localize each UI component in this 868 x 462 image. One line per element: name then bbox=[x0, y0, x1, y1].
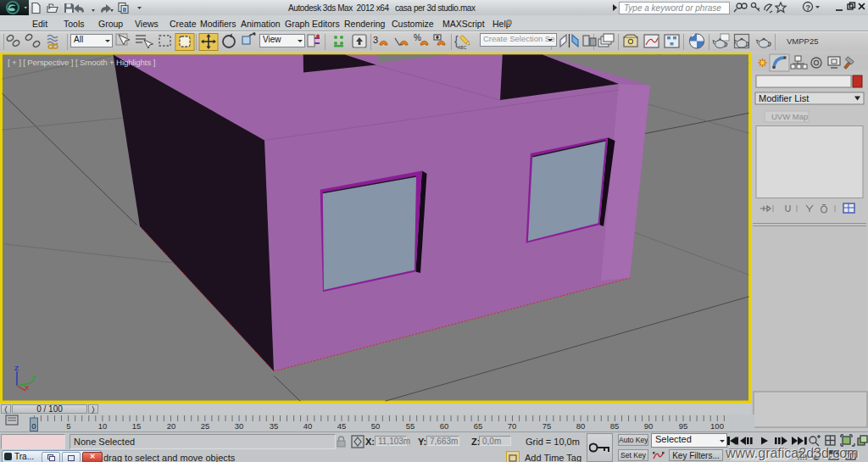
svg-text:90: 90 bbox=[644, 421, 654, 431]
svg-text:30: 30 bbox=[235, 421, 244, 431]
svg-text:70: 70 bbox=[508, 421, 517, 431]
svg-text:65: 65 bbox=[474, 421, 483, 431]
svg-text:35: 35 bbox=[270, 421, 279, 431]
svg-text:[ + ] [ Perspective ] [ Smooth: [ + ] [ Perspective ] [ Smooth + Highlig… bbox=[8, 58, 155, 67]
svg-text:Modifier List: Modifier List bbox=[759, 93, 809, 103]
svg-text:60: 60 bbox=[440, 421, 449, 431]
svg-text:10: 10 bbox=[98, 421, 108, 431]
svg-text:Y: Y bbox=[31, 374, 36, 381]
svg-text:20: 20 bbox=[167, 421, 176, 431]
svg-text:%: % bbox=[414, 33, 421, 42]
svg-text:45: 45 bbox=[337, 421, 347, 431]
svg-text:ABC: ABC bbox=[458, 45, 467, 50]
svg-text:?: ? bbox=[806, 3, 811, 12]
svg-text:75: 75 bbox=[542, 421, 552, 431]
svg-text:0: 0 bbox=[31, 421, 36, 431]
svg-text:Z: Z bbox=[14, 365, 19, 372]
svg-text:95: 95 bbox=[679, 421, 688, 431]
svg-text:25: 25 bbox=[201, 421, 210, 431]
svg-text:X: X bbox=[25, 384, 30, 392]
svg-text:3: 3 bbox=[373, 35, 378, 45]
svg-text:80: 80 bbox=[576, 421, 586, 431]
svg-text:UVW Map: UVW Map bbox=[771, 112, 808, 121]
svg-text:100: 100 bbox=[710, 421, 724, 431]
svg-text:85: 85 bbox=[610, 421, 620, 431]
svg-text:50: 50 bbox=[371, 421, 381, 431]
svg-text:40: 40 bbox=[303, 421, 313, 431]
svg-text:15: 15 bbox=[132, 421, 142, 431]
svg-text:55: 55 bbox=[406, 421, 415, 431]
svg-text:5: 5 bbox=[66, 421, 70, 431]
